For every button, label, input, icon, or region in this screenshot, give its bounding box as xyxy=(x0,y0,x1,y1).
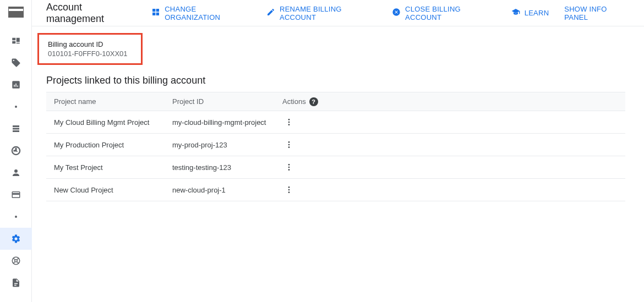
sidebar-item-reports[interactable] xyxy=(0,74,32,96)
row-actions-menu-button[interactable] xyxy=(282,138,296,151)
learn-button[interactable]: LEARN xyxy=(511,8,549,18)
cell-project-name: New Cloud Project xyxy=(46,179,165,201)
sidebar-separator xyxy=(0,96,32,118)
th-project-name[interactable]: Project name xyxy=(46,92,165,111)
svg-point-16 xyxy=(288,189,290,191)
row-actions-menu-button[interactable] xyxy=(282,183,296,196)
close-billing-label: CLOSE BILLING ACCOUNT xyxy=(405,5,496,21)
main-content: Account management CHANGE ORGANIZATION R… xyxy=(32,0,644,302)
cell-actions xyxy=(275,134,625,156)
page-header: Account management CHANGE ORGANIZATION R… xyxy=(32,0,644,26)
billing-logo-icon xyxy=(5,3,27,21)
sidebar-item-overview[interactable] xyxy=(0,30,32,52)
svg-point-13 xyxy=(288,167,290,168)
sidebar-item-commitments[interactable] xyxy=(0,140,32,162)
help-icon[interactable]: ? xyxy=(309,97,318,106)
svg-point-9 xyxy=(288,141,290,143)
svg-point-8 xyxy=(288,124,290,125)
sidebar-item-cost-table[interactable] xyxy=(0,118,32,140)
rename-billing-label: RENAME BILLING ACCOUNT xyxy=(280,5,376,21)
cell-project-name: My Test Project xyxy=(46,156,165,179)
projects-table: Project name Project ID Actions ? My Clo… xyxy=(46,92,625,201)
projects-table-wrap: Project name Project ID Actions ? My Clo… xyxy=(46,92,625,201)
cell-project-id: testing-testing-123 xyxy=(165,156,275,179)
svg-rect-0 xyxy=(8,7,24,18)
cell-project-name: My Cloud Billing Mgmt Project xyxy=(46,111,165,134)
table-row: New Cloud Projectnew-cloud-proj-1 xyxy=(46,179,625,201)
show-info-panel-button[interactable]: SHOW INFO PANEL xyxy=(564,5,631,21)
svg-point-15 xyxy=(288,186,290,188)
th-actions-label: Actions xyxy=(282,97,306,106)
svg-point-10 xyxy=(288,144,290,146)
cell-project-id: my-cloud-billing-mgmt-project xyxy=(165,111,275,134)
sidebar-item-support[interactable] xyxy=(0,250,32,272)
cell-actions xyxy=(275,156,625,179)
sidebar-item-docs[interactable] xyxy=(0,272,32,294)
sidebar-item-account[interactable] xyxy=(0,162,32,184)
sidebar-item-pricing[interactable] xyxy=(0,52,32,74)
svg-rect-1 xyxy=(8,9,24,11)
row-actions-menu-button[interactable] xyxy=(282,116,296,129)
svg-point-11 xyxy=(288,146,290,148)
svg-point-5 xyxy=(14,260,17,262)
th-actions: Actions ? xyxy=(275,92,625,111)
cell-actions xyxy=(275,179,625,201)
svg-point-12 xyxy=(288,164,290,166)
change-organization-button[interactable]: CHANGE ORGANIZATION xyxy=(151,5,251,21)
edit-icon xyxy=(266,8,275,18)
cell-project-name: My Production Project xyxy=(46,134,165,156)
sidebar-item-settings[interactable] xyxy=(0,228,32,250)
content-area: Billing account ID 010101-F0FFF0-10XX01 … xyxy=(32,26,644,201)
close-billing-button[interactable]: CLOSE BILLING ACCOUNT xyxy=(392,5,496,21)
cell-project-id: new-cloud-proj-1 xyxy=(165,179,275,201)
billing-id-label: Billing account ID xyxy=(48,40,128,48)
sidebar-item-payment[interactable] xyxy=(0,184,32,206)
show-info-panel-label: SHOW INFO PANEL xyxy=(564,5,631,21)
grid-icon xyxy=(151,8,160,18)
billing-id-box: Billing account ID 010101-F0FFF0-10XX01 xyxy=(37,33,143,65)
svg-point-17 xyxy=(288,191,290,193)
th-project-id[interactable]: Project ID xyxy=(165,92,275,111)
change-organization-label: CHANGE ORGANIZATION xyxy=(165,5,251,21)
table-row: My Production Projectmy-prod-proj-123 xyxy=(46,134,625,156)
table-row: My Test Projecttesting-testing-123 xyxy=(46,156,625,179)
close-circle-icon xyxy=(392,8,401,18)
svg-point-7 xyxy=(288,122,290,123)
svg-point-6 xyxy=(288,119,290,120)
rename-billing-button[interactable]: RENAME BILLING ACCOUNT xyxy=(266,5,376,21)
sidebar-separator-2 xyxy=(0,206,32,228)
section-title: Projects linked to this billing account xyxy=(46,75,631,86)
row-actions-menu-button[interactable] xyxy=(282,161,296,174)
billing-id-value: 010101-F0FFF0-10XX01 xyxy=(48,50,128,58)
page-title: Account management xyxy=(46,2,140,25)
graduation-cap-icon xyxy=(511,8,520,18)
learn-label: LEARN xyxy=(525,9,549,17)
table-row: My Cloud Billing Mgmt Projectmy-cloud-bi… xyxy=(46,111,625,134)
svg-point-14 xyxy=(288,169,290,171)
header-actions: CHANGE ORGANIZATION RENAME BILLING ACCOU… xyxy=(151,5,631,21)
cell-actions xyxy=(275,111,625,134)
cell-project-id: my-prod-proj-123 xyxy=(165,134,275,156)
sidebar xyxy=(0,0,32,302)
